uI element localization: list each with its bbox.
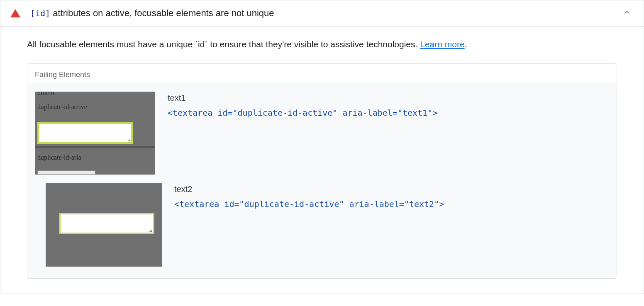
failing-item-snippet: <textarea id="duplicate-id-active" aria-… xyxy=(174,199,609,209)
failing-item-details: text2 <textarea id="duplicate-id-active"… xyxy=(174,183,609,209)
description-period: . xyxy=(465,39,467,49)
audit-title: [id] attributes on active, focusable ele… xyxy=(30,8,620,19)
audit-title-code: [id] xyxy=(30,8,50,18)
audit-title-text: attributes on active, focusable elements… xyxy=(50,8,274,18)
failing-elements-list: dlitem duplicate-id-active duplicate-id-… xyxy=(27,83,617,278)
collapse-toggle[interactable] xyxy=(620,9,634,18)
audit-description: All focusable elements must have a uniqu… xyxy=(27,38,617,50)
failing-item-details: text1 <textarea id="duplicate-id-active"… xyxy=(168,92,609,118)
failing-item-label: text1 xyxy=(168,93,609,103)
failing-item-snippet: <textarea id="duplicate-id-active" aria-… xyxy=(168,108,609,118)
failing-elements-box: Failing Elements dlitem duplicate-id-act… xyxy=(27,63,617,279)
element-thumbnail xyxy=(46,183,162,267)
thumb-cut-label: dlitem xyxy=(37,92,54,97)
chevron-up-icon xyxy=(624,9,630,16)
description-post: to ensure that they're visible to assist… xyxy=(207,39,420,49)
failing-item[interactable]: text2 <textarea id="duplicate-id-active"… xyxy=(27,179,617,271)
highlight-icon xyxy=(59,213,154,234)
audit-header-row[interactable]: [id] attributes on active, focusable ele… xyxy=(0,0,644,27)
audit-body: All focusable elements must have a uniqu… xyxy=(0,27,644,294)
learn-more-link[interactable]: Learn more xyxy=(420,39,464,49)
audit-panel: [id] attributes on active, focusable ele… xyxy=(0,0,644,294)
failing-item-label: text2 xyxy=(174,185,609,194)
thumb-label: duplicate-id-aria xyxy=(37,154,81,161)
description-code: `id` xyxy=(195,39,207,49)
thumb-label: duplicate-id-active xyxy=(37,103,87,111)
description-pre: All focusable elements must have a uniqu… xyxy=(27,39,195,49)
failing-item[interactable]: dlitem duplicate-id-active duplicate-id-… xyxy=(27,87,617,179)
fail-triangle-icon xyxy=(10,9,20,17)
failing-elements-header: Failing Elements xyxy=(27,64,617,83)
element-thumbnail: dlitem duplicate-id-active duplicate-id-… xyxy=(35,92,155,175)
highlight-icon xyxy=(37,122,133,144)
